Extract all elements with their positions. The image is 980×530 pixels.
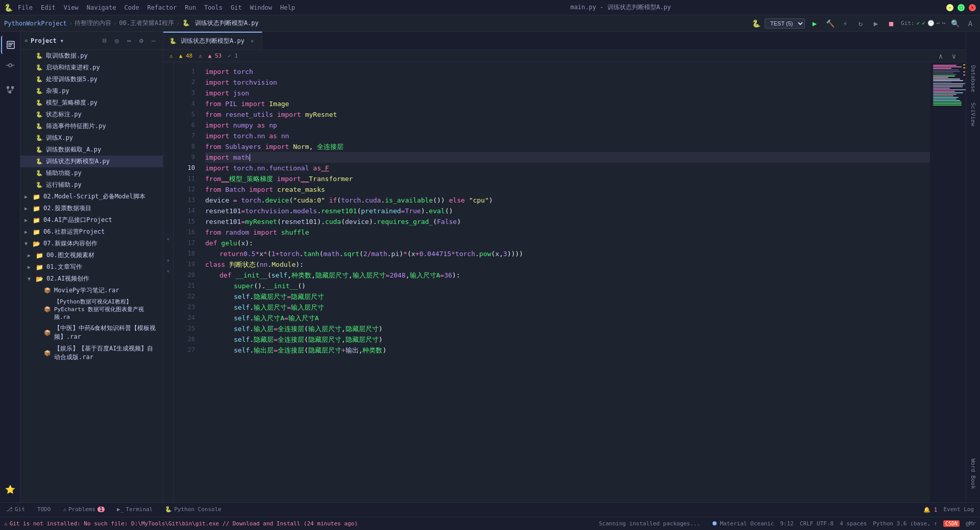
test-selector[interactable]: TEST (5) — [765, 18, 805, 29]
locate-icon[interactable]: ◎ — [112, 36, 122, 46]
problems-tab[interactable]: ⚠ Problems 1 — [61, 503, 107, 517]
close-button[interactable]: × — [969, 4, 976, 11]
sidebar-icon-structure[interactable] — [1, 81, 19, 99]
next-error-button[interactable]: ∨ — [948, 51, 960, 62]
sidebar-icon-favorites[interactable]: ⭐ — [1, 480, 19, 498]
menu-refactor[interactable]: Refactor — [147, 4, 177, 11]
event-log-tab[interactable]: Event Log — [941, 506, 976, 514]
code-line: class 判断状态(nn.Module): — [205, 259, 930, 270]
terminal-tab[interactable]: ▶_ Terminal — [115, 503, 155, 517]
main-layout: ⭐ ≡ Project ▾ ⊟ ◎ ↔ ⚙ — 🐍取训练数据.py 🐍启动和结束… — [0, 32, 980, 502]
code-content[interactable]: import torch import torchvision import j… — [199, 62, 930, 502]
fold-icon[interactable]: ▾ — [163, 255, 173, 266]
tab-close-button[interactable]: × — [249, 38, 256, 45]
gutter-line — [163, 105, 173, 116]
fold-icon[interactable]: ▾ — [163, 266, 173, 276]
translate-button[interactable]: A — [965, 18, 976, 29]
minimize-button[interactable]: − — [946, 4, 953, 11]
line-num: 16 — [174, 227, 199, 238]
code-line: self.输入层尺寸=输入层尺寸 — [205, 302, 930, 313]
python-console-tab[interactable]: 🐍 Python Console — [163, 503, 224, 517]
sidebar-icon-project[interactable] — [1, 36, 19, 54]
project-panel-icons: ⊟ ◎ ↔ ⚙ — — [100, 36, 159, 46]
sidebar-icon-commit[interactable] — [1, 56, 19, 74]
project-expand-icon: ≡ — [24, 38, 28, 43]
file-item[interactable]: 🐍模型_策略梯度.py — [20, 97, 163, 109]
folder-item[interactable]: ▼📂 02.AI视频创作 — [20, 273, 163, 285]
refresh-button[interactable]: ↻ — [855, 18, 866, 29]
scroll-icon[interactable]: ↔ — [124, 36, 134, 46]
breadcrumb-2[interactable]: 00.王者荣耀AI程序 — [119, 19, 174, 28]
fold-icon[interactable]: ▾ — [163, 234, 173, 244]
maximize-button[interactable]: □ — [958, 4, 965, 11]
build-button[interactable]: 🔨 — [824, 18, 836, 29]
file-item[interactable]: 🐍训练X.py — [20, 132, 163, 144]
menu-view[interactable]: View — [64, 4, 79, 11]
coverage-button[interactable]: ⚡ — [840, 18, 851, 29]
menu-navigate[interactable]: Navigate — [87, 4, 116, 11]
svg-point-4 — [9, 64, 12, 67]
rp-database[interactable]: Database — [970, 62, 976, 95]
py-icon: 🐍 — [36, 76, 43, 83]
file-item[interactable]: 🐍运行辅助.py — [20, 179, 163, 191]
folder-item[interactable]: ▶📁 04.AI产品接口Project — [20, 214, 163, 226]
code-line: import torch.nn as nn — [205, 131, 930, 141]
file-item[interactable]: 🐍训练数据截取_A.py — [20, 144, 163, 156]
py-icon: 🐍 — [36, 99, 43, 106]
file-item[interactable]: 🐍启动和结束进程.py — [20, 62, 163, 73]
gutter-line — [163, 94, 173, 105]
gutter-line — [163, 309, 173, 319]
menu-edit[interactable]: Edit — [41, 4, 56, 11]
run-button[interactable]: ▶ — [809, 18, 820, 29]
file-item[interactable]: 🐍筛选事件特征图片.py — [20, 120, 163, 132]
gutter-line — [163, 159, 173, 169]
step-over-button[interactable]: ▶ — [870, 18, 881, 29]
cursor-position: 9:12 — [780, 520, 794, 527]
gutter-line — [163, 201, 173, 212]
search-button[interactable]: 🔍 — [949, 18, 961, 29]
prev-error-button[interactable]: ∧ — [935, 51, 946, 62]
menu-tools[interactable]: Tools — [204, 4, 223, 11]
rp-wordbook[interactable]: Word Book — [970, 456, 976, 492]
breadcrumb-root[interactable]: PythonWorkProject — [4, 20, 67, 27]
todo-tab[interactable]: TODO — [35, 503, 53, 517]
file-item[interactable]: 🐍处理训练数据5.py — [20, 73, 163, 85]
python-version: Python 3.6 (base, ↑ — [873, 520, 937, 527]
folder-item[interactable]: ▼📂 07.新媒体内容创作 — [20, 238, 163, 249]
rp-sciview[interactable]: SciView — [970, 99, 976, 129]
menu-window[interactable]: Window — [250, 4, 272, 11]
code-line: from random import shuffle — [205, 227, 930, 238]
folder-item[interactable]: ▶📁 06.社群运营Project — [20, 226, 163, 238]
stop-button[interactable]: ■ — [886, 18, 897, 29]
git-icon: ⎇ — [6, 506, 13, 513]
file-item[interactable]: 📦【中医】中药&食材知识科普【模板视频】.rar — [20, 322, 163, 343]
file-item[interactable]: 🐍辅助功能.py — [20, 167, 163, 179]
file-item-active[interactable]: 🐍训练状态判断模型A.py — [20, 156, 163, 167]
folder-item[interactable]: ▶📁 01.文章写作 — [20, 261, 163, 273]
rar-icon: 📦 — [44, 350, 51, 357]
file-item[interactable]: 🐍杂项.py — [20, 85, 163, 97]
settings-icon[interactable]: ⚙ — [136, 36, 146, 46]
hide-icon[interactable]: — — [149, 36, 159, 46]
file-item[interactable]: 🐍状态标注.py — [20, 109, 163, 120]
rar-icon: 📦 — [44, 287, 51, 294]
breadcrumb-1[interactable]: 待整理的内容 — [75, 19, 111, 28]
menu-code[interactable]: Code — [125, 4, 139, 11]
warning-count: ▲ 48 — [179, 53, 193, 59]
file-item[interactable]: 🐍取训练数据.py — [20, 50, 163, 62]
bottom-tabs: ⎇ Git TODO ⚠ Problems 1 ▶_ Terminal 🐍 Py… — [0, 502, 980, 517]
folder-item[interactable]: ▶📁 02.股票数据项目 — [20, 203, 163, 214]
file-item[interactable]: 📦【娱乐】【基于百度AI生成视频】自动合成版.rar — [20, 343, 163, 363]
git-tab[interactable]: ⎇ Git — [4, 503, 27, 517]
menu-help[interactable]: Help — [280, 4, 295, 11]
menu-git[interactable]: Git — [231, 4, 242, 11]
collapse-all-icon[interactable]: ⊟ — [100, 36, 110, 46]
file-item[interactable]: 📦MoviePy学习笔记.rar — [20, 285, 163, 296]
folder-item[interactable]: ▶📁 00.图文视频素材 — [20, 249, 163, 261]
file-item[interactable]: 📦【Python数据可视化AI教程】PyEcharts 数据可视化图表量产视频.… — [20, 296, 163, 322]
menu-run[interactable]: Run — [185, 4, 196, 11]
line-num: 27 — [174, 345, 199, 356]
menu-file[interactable]: File — [18, 4, 33, 11]
folder-item[interactable]: ▶📁 02.Model-Script_必备Model脚本 — [20, 191, 163, 203]
editor-tab-active[interactable]: 🐍 训练状态判断模型A.py × — [163, 32, 262, 49]
